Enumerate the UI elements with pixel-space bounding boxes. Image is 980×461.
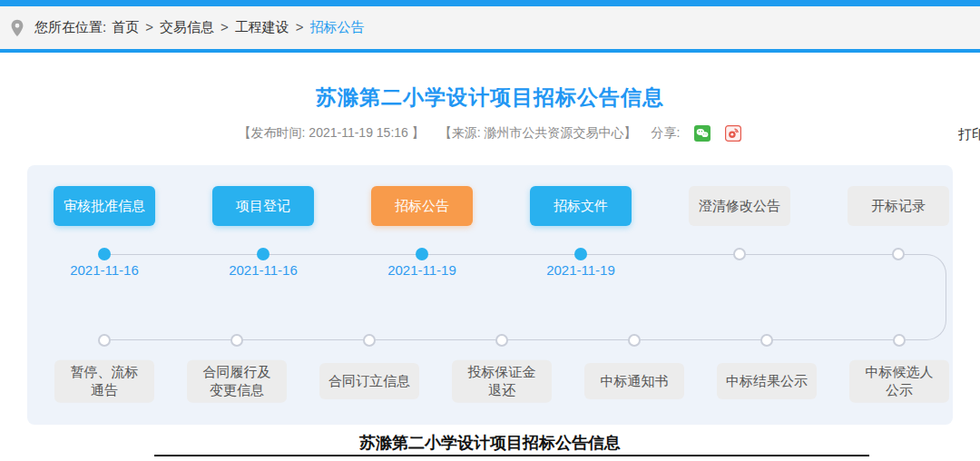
publish-time: 【发布时间: 2021-11-19 15:16 】 — [239, 125, 425, 142]
breadcrumb-items: 首页>交易信息>工程建设>招标公告 — [112, 19, 364, 36]
breadcrumb: 您所在位置: 首页>交易信息>工程建设>招标公告 — [0, 6, 980, 53]
timeline-dot — [495, 334, 508, 347]
timeline-dot — [733, 248, 746, 260]
heading-divider — [154, 455, 869, 456]
stage-button-done-top-3[interactable]: 招标文件 — [530, 186, 632, 226]
breadcrumb-prefix: 您所在位置: — [34, 19, 106, 36]
location-pin-icon — [7, 18, 27, 38]
timeline-dot — [363, 334, 376, 347]
source-label: 【来源: 滁州市公共资源交易中心】 — [439, 125, 637, 142]
stage-button-done-top-0[interactable]: 审核批准信息 — [54, 186, 155, 226]
timeline-dot — [416, 248, 428, 260]
breadcrumb-link-2[interactable]: 工程建设 — [235, 19, 289, 34]
timeline-dot — [257, 248, 270, 260]
weibo-share-icon[interactable] — [725, 125, 741, 142]
stage-button-done-top-1[interactable]: 项目登记 — [212, 186, 314, 226]
breadcrumb-link-1[interactable]: 交易信息 — [160, 19, 214, 34]
stage-button-pending-bottom-2[interactable]: 合同订立信息 — [319, 363, 419, 399]
wechat-share-icon[interactable] — [694, 125, 710, 142]
top-accent-bar — [0, 0, 980, 6]
stage-button-pending-bottom-6[interactable]: 中标候选人 公示 — [849, 360, 949, 403]
stage-button-pending-bottom-1[interactable]: 合同履行及 变更信息 — [187, 360, 287, 403]
process-timeline-panel: 审核批准信息2021-11-16项目登记2021-11-16招标公告2021-1… — [27, 165, 953, 425]
timeline-dot — [760, 334, 773, 347]
breadcrumb-separator: > — [220, 19, 229, 34]
timeline-dot — [98, 334, 111, 347]
breadcrumb-link-3[interactable]: 招标公告 — [309, 19, 364, 34]
share-label: 分享: — [652, 125, 681, 142]
breadcrumb-link-0[interactable]: 首页 — [112, 19, 139, 34]
article-meta: 【发布时间: 2021-11-19 15:16 】 【来源: 滁州市公共资源交易… — [0, 125, 980, 142]
timeline-dot — [98, 248, 111, 260]
stage-button-pending-bottom-4[interactable]: 中标通知书 — [584, 363, 684, 399]
stage-date: 2021-11-16 — [204, 262, 322, 278]
breadcrumb-separator: > — [145, 19, 153, 34]
document-heading: 苏滁第二小学设计项目招标公告信息 — [0, 432, 980, 454]
timeline-dot — [892, 248, 905, 260]
stage-date: 2021-11-19 — [522, 262, 640, 278]
timeline-dot — [893, 334, 906, 347]
timeline-dot — [574, 248, 587, 260]
timeline-dot — [230, 334, 243, 347]
timeline-dot — [628, 334, 641, 347]
article-title: 苏滁第二小学设计项目招标公告信息 — [0, 83, 980, 112]
breadcrumb-separator: > — [296, 19, 304, 34]
stage-date: 2021-11-19 — [363, 262, 481, 278]
stage-button-pending-bottom-3[interactable]: 投标保证金 退还 — [452, 360, 552, 403]
stage-date: 2021-11-16 — [45, 262, 163, 278]
stage-button-pending-top-4[interactable]: 澄清修改公告 — [689, 186, 790, 226]
stage-button-pending-top-5[interactable]: 开标记录 — [848, 186, 949, 226]
print-button[interactable]: 打印 — [958, 126, 980, 143]
stage-button-current-top-2[interactable]: 招标公告 — [371, 186, 473, 226]
stage-button-pending-bottom-0[interactable]: 暂停、流标 通告 — [54, 360, 154, 403]
stage-button-pending-bottom-5[interactable]: 中标结果公示 — [717, 363, 817, 399]
